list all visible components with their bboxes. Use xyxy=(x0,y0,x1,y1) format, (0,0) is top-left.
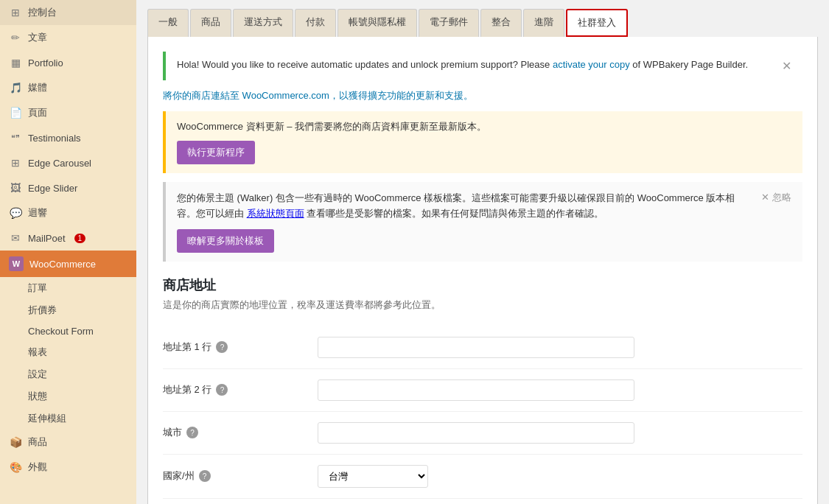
country-row: 國家/州 ? 台灣 xyxy=(163,455,802,499)
tabs-bar: 一般 商品 運送方式 付款 帳號與隱私權 電子郵件 整合 進階 社群登入 xyxy=(136,0,829,37)
sidebar-item-media[interactable]: 🎵 媒體 xyxy=(0,75,136,100)
wpbakery-close-icon[interactable]: ✕ xyxy=(782,59,791,73)
sidebar: ⊞ 控制台 ✏ 文章 ▦ Portfolio 🎵 媒體 📄 頁面 ❝❞ Test… xyxy=(0,0,136,504)
sidebar-item-pages[interactable]: 📄 頁面 xyxy=(0,100,136,125)
sidebar-item-woocommerce[interactable]: W WooCommerce xyxy=(0,251,136,277)
sidebar-sub-coupons[interactable]: 折價券 xyxy=(0,299,136,321)
testimonials-icon: ❝❞ xyxy=(9,131,22,144)
sidebar-sub-reports[interactable]: 報表 xyxy=(0,341,136,363)
sidebar-item-appearance[interactable]: 🎨 外觀 xyxy=(0,455,136,480)
country-label: 國家/州 ? xyxy=(163,469,310,483)
edge-carousel-icon: ⊞ xyxy=(9,156,22,169)
dashboard-icon: ⊞ xyxy=(9,6,22,19)
ignore-template-link[interactable]: 忽略 xyxy=(761,191,791,204)
tab-social-login[interactable]: 社群登入 xyxy=(566,9,628,37)
address2-label: 地址第 2 行 ? xyxy=(163,383,310,396)
sidebar-sub-extensions[interactable]: 延伸模組 xyxy=(0,407,136,430)
sidebar-sub-status[interactable]: 狀態 xyxy=(0,385,136,407)
sidebar-item-edge-carousel[interactable]: ⊞ Edge Carousel xyxy=(0,150,136,175)
sidebar-item-dashboard[interactable]: ⊞ 控制台 xyxy=(0,0,136,25)
country-select[interactable]: 台灣 xyxy=(318,465,428,488)
store-address-desc: 這是你的商店實際的地理位置，稅率及運送費率都將參考此位置。 xyxy=(163,298,802,312)
appearance-icon: 🎨 xyxy=(9,461,22,474)
wpbakery-notice-text: Hola! Would you like to receive automati… xyxy=(177,59,748,70)
city-row: 城市 ? xyxy=(163,412,802,455)
wpbakery-activate-link[interactable]: activate your copy xyxy=(553,59,630,70)
update-notice-text: WooCommerce 資料更新 – 我們需要將您的商店資料庫更新至最新版本。 xyxy=(177,120,791,133)
address1-input[interactable] xyxy=(318,337,634,358)
woocommerce-icon: W xyxy=(9,256,24,271)
sidebar-item-testimonials[interactable]: ❝❞ Testimonials xyxy=(0,125,136,150)
sidebar-sub-orders[interactable]: 訂單 xyxy=(0,277,136,299)
address2-input[interactable] xyxy=(318,379,634,401)
sidebar-item-posts[interactable]: ✏ 文章 xyxy=(0,25,136,50)
tab-general[interactable]: 一般 xyxy=(147,9,189,37)
update-notice: WooCommerce 資料更新 – 我們需要將您的商店資料庫更新至最新版本。 … xyxy=(163,111,802,173)
tab-products[interactable]: 商品 xyxy=(190,9,231,37)
sidebar-item-mailpoet[interactable]: ✉ MailPoet 1 xyxy=(0,225,136,251)
comments-icon: 💬 xyxy=(9,206,22,220)
template-notice-actions: 忽略 xyxy=(761,191,791,204)
run-update-button[interactable]: 執行更新程序 xyxy=(177,141,255,164)
address1-help-icon[interactable]: ? xyxy=(216,341,228,353)
city-input[interactable] xyxy=(318,422,634,444)
sidebar-item-portfolio[interactable]: ▦ Portfolio xyxy=(0,50,136,75)
settings-content: Hola! Would you like to receive automati… xyxy=(147,37,818,504)
sidebar-sub-checkout-form[interactable]: Checkout Form xyxy=(0,321,136,341)
media-icon: 🎵 xyxy=(9,81,22,94)
template-notice: 您的佈景主題 (Walker) 包含一些有過時的 WooCommerce 樣板檔… xyxy=(163,182,802,262)
store-address-title: 商店地址 xyxy=(163,276,802,294)
learn-more-template-button[interactable]: 瞭解更多關於樣板 xyxy=(177,229,274,253)
address1-row: 地址第 1 行 ? xyxy=(163,326,802,369)
tab-accounts[interactable]: 帳號與隱私權 xyxy=(337,9,417,37)
mailpoet-badge: 1 xyxy=(74,234,86,243)
tab-advanced[interactable]: 進階 xyxy=(523,9,564,37)
tab-shipping[interactable]: 運送方式 xyxy=(233,9,293,37)
tab-integration[interactable]: 整合 xyxy=(480,9,522,37)
mailpoet-icon: ✉ xyxy=(9,231,22,245)
sidebar-item-products[interactable]: 📦 商品 xyxy=(0,430,136,455)
address2-help-icon[interactable]: ? xyxy=(216,384,228,396)
tab-payments[interactable]: 付款 xyxy=(295,9,336,37)
tab-email[interactable]: 電子郵件 xyxy=(419,9,479,37)
template-notice-content: 您的佈景主題 (Walker) 包含一些有過時的 WooCommerce 樣板檔… xyxy=(177,191,754,253)
system-status-link[interactable]: 系統狀態頁面 xyxy=(247,208,304,219)
city-label: 城市 ? xyxy=(163,426,310,439)
sidebar-sub-settings[interactable]: 設定 xyxy=(0,363,136,385)
woocommerce-connect-link[interactable]: 將你的商店連結至 WooCommerce.com，以獲得擴充功能的更新和支援。 xyxy=(163,89,802,102)
sidebar-item-comments[interactable]: 💬 迴響 xyxy=(0,200,136,225)
address1-label: 地址第 1 行 ? xyxy=(163,340,310,354)
sidebar-item-edge-slider[interactable]: 🖼 Edge Slider xyxy=(0,175,136,200)
portfolio-icon: ▦ xyxy=(9,56,22,69)
edge-slider-icon: 🖼 xyxy=(9,181,22,195)
address2-row: 地址第 2 行 ? xyxy=(163,369,802,412)
city-help-icon[interactable]: ? xyxy=(186,427,198,438)
country-help-icon[interactable]: ? xyxy=(199,470,211,482)
posts-icon: ✏ xyxy=(9,31,22,44)
wpbakery-notice: Hola! Would you like to receive automati… xyxy=(163,52,802,80)
main-content: 一般 商品 運送方式 付款 帳號與隱私權 電子郵件 整合 進階 社群登入 Hol… xyxy=(136,0,829,504)
products-icon: 📦 xyxy=(9,435,22,449)
pages-icon: 📄 xyxy=(9,106,22,119)
